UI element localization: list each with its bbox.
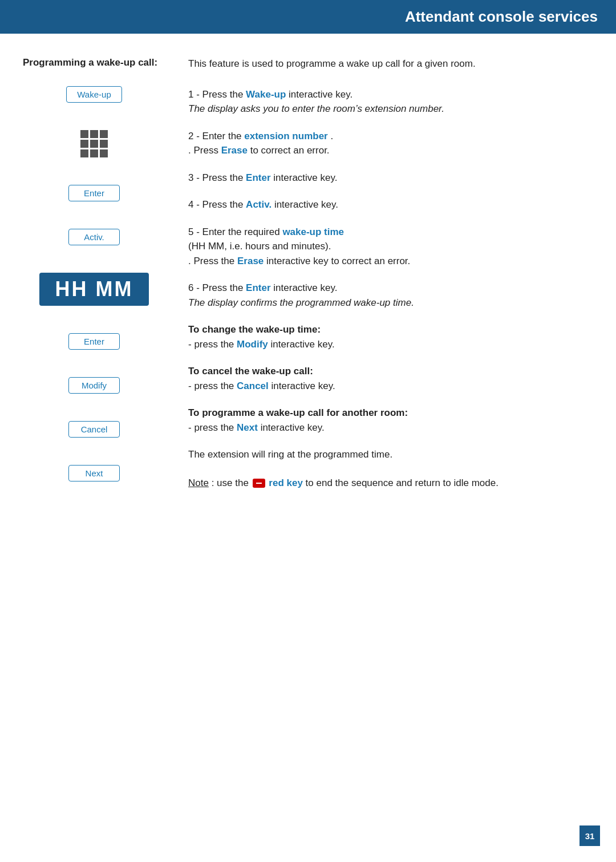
step-1-highlight: Wake-up <box>246 89 286 100</box>
main-content: Programming a wake-up call: Wake-up Ente… <box>0 34 616 532</box>
keypad-cell <box>90 149 98 157</box>
modify-highlight: Modify <box>237 339 268 350</box>
step-3: 3 - Press the Enter interactive key. <box>188 171 593 185</box>
keypad-cell <box>80 140 88 148</box>
enter-key-button-2[interactable]: Enter <box>68 333 120 350</box>
cancel-key-button[interactable]: Cancel <box>68 421 120 438</box>
another-room-section: To programme a wake-up call for another … <box>188 406 593 435</box>
step-3-highlight: Enter <box>246 172 270 183</box>
hhmm-display: HH MM <box>39 273 149 306</box>
left-column: Programming a wake-up call: Wake-up Ente… <box>17 56 171 509</box>
next-key-button[interactable]: Next <box>68 465 120 481</box>
change-wakeup-title: To change the wake-up time: <box>188 324 321 335</box>
intro-text: This feature is used to programme a wake… <box>188 56 593 71</box>
keypad-cell <box>100 130 108 138</box>
cancel-highlight: Cancel <box>237 381 269 391</box>
step-6-italic: The display confirms the programmed wake… <box>188 296 593 310</box>
step-6: 6 - Press the Enter interactive key. The… <box>188 281 593 310</box>
modify-key-button[interactable]: Modify <box>68 377 120 394</box>
step-6-highlight: Enter <box>246 282 270 293</box>
next-highlight: Next <box>237 422 258 433</box>
step-2-highlight: extension number <box>244 131 327 141</box>
wakeup-key-button[interactable]: Wake-up <box>66 86 121 103</box>
activ-key-button[interactable]: Activ. <box>68 229 120 245</box>
keypad-icon <box>80 130 108 157</box>
keypad-cell <box>100 140 108 148</box>
step-4: 4 - Press the Activ. interactive key. <box>188 197 593 212</box>
page-number: 31 <box>579 825 600 846</box>
step-5: 5 - Enter the required wake-up time (HH … <box>188 225 593 269</box>
keypad-cell <box>90 130 98 138</box>
another-room-title: To programme a wake-up call for another … <box>188 407 408 418</box>
change-wakeup-section: To change the wake-up time: - press the … <box>188 322 593 351</box>
step-2: 2 - Enter the extension number . . Press… <box>188 129 593 158</box>
cancel-wakeup-section: To cancel the wake-up call: - press the … <box>188 364 593 393</box>
keypad-cell <box>100 149 108 157</box>
ring-text: The extension will ring at the programme… <box>188 447 593 462</box>
step-1-italic: The display asks you to enter the room’s… <box>188 102 593 116</box>
section-title: Programming a wake-up call: <box>23 56 157 69</box>
page-header: Attendant console services <box>0 0 616 34</box>
keypad-cell <box>80 130 88 138</box>
red-key-icon <box>253 479 265 488</box>
red-key-text: red key <box>269 477 303 488</box>
note-label: Note <box>188 477 209 488</box>
step-2-erase: Erase <box>221 145 248 156</box>
step-1: 1 - Press the Wake-up interactive key. T… <box>188 87 593 116</box>
step-5-highlight: wake-up time <box>282 226 344 237</box>
keypad-cell <box>80 149 88 157</box>
header-title: Attendant console services <box>405 8 598 25</box>
step-5-erase: Erase <box>237 256 264 266</box>
keypad-cell <box>90 140 98 148</box>
step-4-highlight: Activ. <box>246 199 271 210</box>
right-column: This feature is used to programme a wake… <box>171 56 593 509</box>
cancel-wakeup-title: To cancel the wake-up call: <box>188 366 313 377</box>
note-section: Note : use the red key to end the sequen… <box>188 476 593 491</box>
enter-key-button-1[interactable]: Enter <box>68 185 120 201</box>
